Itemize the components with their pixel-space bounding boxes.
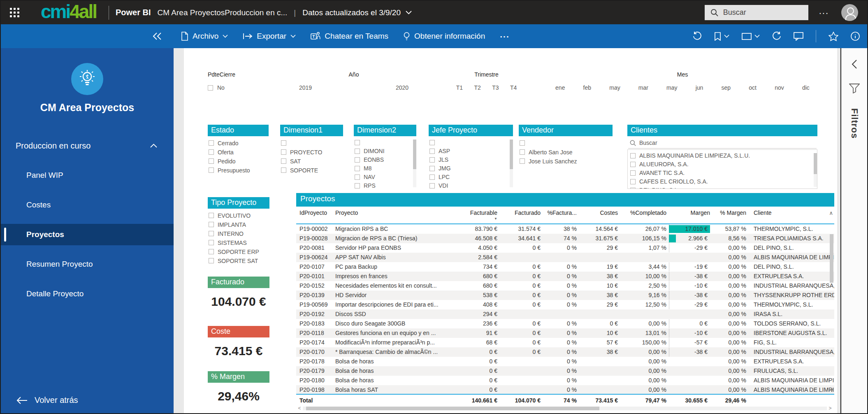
table-row[interactable]: P19-00002Migracion RPS a BC83.790 €31.57… bbox=[296, 224, 834, 234]
scrollbar[interactable] bbox=[814, 153, 817, 187]
toolbar-more-icon[interactable]: ... bbox=[500, 30, 510, 40]
avatar[interactable] bbox=[841, 4, 858, 21]
year-option-2020[interactable]: 2020 bbox=[396, 84, 408, 91]
scroll-left-icon[interactable]: < bbox=[296, 405, 303, 411]
slicer-search-input[interactable]: Buscar bbox=[628, 140, 817, 149]
column-header-cliente[interactable]: Cliente bbox=[748, 209, 834, 216]
slicer-option-cafes-el-criollo-s-a[interactable]: CAFES EL CRIOLLO, S.A. bbox=[630, 178, 815, 185]
refresh-icon[interactable] bbox=[772, 32, 781, 41]
checkbox[interactable] bbox=[429, 183, 435, 188]
more-options-icon[interactable]: ... bbox=[819, 6, 829, 16]
quarter-option-t2[interactable]: T2 bbox=[474, 84, 480, 91]
scrollbar[interactable] bbox=[510, 140, 513, 187]
month-option-may[interactable]: may bbox=[666, 84, 677, 91]
slicer-option-cerrado[interactable]: Cerrado bbox=[209, 140, 268, 147]
favorite-star-icon[interactable] bbox=[829, 32, 838, 41]
table-row[interactable]: P20-0170* Barranquesa: Cambio de almacÃ©… bbox=[296, 347, 834, 357]
sidebar-item-costes[interactable]: Costes bbox=[1, 194, 174, 216]
table-row[interactable]: P19-00028Migracion de RPS a BC (Triesa)4… bbox=[296, 234, 834, 243]
slicer-option-nav[interactable]: NAV bbox=[355, 174, 415, 180]
checkbox[interactable] bbox=[209, 240, 214, 245]
slicer-option-lpc[interactable]: LPC bbox=[429, 174, 512, 180]
year-option-2019[interactable]: 2019 bbox=[299, 84, 312, 91]
column-header-completado[interactable]: %Completado bbox=[620, 209, 669, 216]
month-option-ene[interactable]: ene bbox=[555, 84, 565, 91]
slicer-option-vdi[interactable]: VDI bbox=[429, 182, 512, 189]
month-option-mar[interactable]: mar bbox=[638, 84, 648, 91]
checkbox[interactable] bbox=[429, 149, 435, 154]
checkbox[interactable] bbox=[630, 162, 636, 167]
table-row[interactable]: P20-0101Impresos en frances680 €0 €0 %38… bbox=[296, 272, 834, 281]
checkbox[interactable] bbox=[355, 166, 360, 171]
horizontal-scrollbar[interactable]: < > bbox=[296, 405, 834, 411]
menu-exportar[interactable]: Exportar bbox=[243, 32, 296, 41]
quarter-option-t1[interactable]: T1 bbox=[456, 84, 463, 91]
table-row[interactable]: P20-0183Disco duro Seagate 300GB236 €0 €… bbox=[296, 319, 834, 328]
slicer-option-eonbs[interactable]: EONBS bbox=[355, 156, 415, 163]
checkbox[interactable] bbox=[209, 167, 214, 173]
checkbox[interactable] bbox=[520, 158, 525, 164]
checkbox[interactable] bbox=[630, 188, 636, 189]
scroll-down-icon[interactable]: ∨ bbox=[830, 387, 833, 393]
checkbox[interactable] bbox=[355, 140, 360, 145]
slicer-option-presupuesto[interactable]: Presupuesto bbox=[209, 167, 268, 174]
month-option-oct[interactable]: oct bbox=[749, 84, 757, 91]
slicer-option-albis-maquinaria-de-limpieza-s-l-u[interactable]: ALBIS MAQUINARIA DE LIMPIEZA, S.L.U. bbox=[630, 152, 815, 159]
sidebar-item-resumen-proyecto[interactable]: Resumen Proyecto bbox=[1, 254, 174, 275]
data-updated-dropdown[interactable]: Datos actualizados el 3/9/20 bbox=[302, 8, 412, 17]
slicer-option-soporte-sat[interactable]: SOPORTE SAT bbox=[209, 257, 269, 264]
menu-archivo[interactable]: Archivo bbox=[181, 32, 228, 41]
sidebar-item-detalle-proyecto[interactable]: Detalle Proyecto bbox=[1, 283, 174, 305]
slicer-option-implanta[interactable]: IMPLANTA bbox=[209, 221, 269, 228]
table-row[interactable]: P20-0178Bolsa de horas0 €0 %0,00 %0,00 %… bbox=[296, 357, 834, 366]
checkbox[interactable] bbox=[209, 249, 214, 254]
scrollbar-thumb[interactable] bbox=[306, 407, 599, 410]
slicer-option-jls[interactable]: JLS bbox=[429, 156, 512, 163]
slicer-option-del-pino-s-l[interactable]: DEL PINO, S.L. bbox=[630, 187, 815, 189]
column-header-margen[interactable]: % Margen bbox=[710, 209, 748, 216]
slicer-option-blank[interactable] bbox=[429, 140, 512, 146]
scrollbar-thumb[interactable] bbox=[830, 234, 833, 283]
slicer-option-evolutivo[interactable]: EVOLUTIVO bbox=[209, 212, 269, 219]
slicer-option-sat[interactable]: SAT bbox=[281, 158, 342, 165]
search-input[interactable]: Buscar bbox=[705, 5, 808, 20]
scroll-up-icon[interactable]: ∧ bbox=[829, 210, 833, 216]
sidebar-item-panel-wip[interactable]: Panel WIP bbox=[1, 165, 174, 186]
slicer-option-blank[interactable] bbox=[281, 140, 342, 147]
slicer-option-blank[interactable] bbox=[355, 140, 415, 146]
month-option-nov[interactable]: nov bbox=[775, 84, 784, 91]
checkbox[interactable] bbox=[281, 158, 286, 164]
back-button[interactable]: Volver atrás bbox=[16, 395, 78, 405]
slicer-option-oferta[interactable]: Oferta bbox=[209, 149, 268, 156]
table-row[interactable]: P20-0118Gestores funciona en un equipo y… bbox=[296, 328, 834, 338]
filter-funnel-icon[interactable] bbox=[849, 84, 860, 93]
table-row[interactable]: P20-0139HD Servidor538 €0 €0 %38 €9,16 %… bbox=[296, 291, 834, 300]
checkbox[interactable] bbox=[630, 153, 636, 158]
slicer-option-soporte-erp[interactable]: SOPORTE ERP bbox=[209, 248, 269, 255]
month-option-dic[interactable]: dic bbox=[802, 84, 810, 91]
bookmarks-dropdown[interactable] bbox=[714, 32, 729, 41]
info-icon[interactable] bbox=[851, 32, 860, 41]
slicer-option-pedido[interactable]: Pedido bbox=[209, 158, 268, 165]
checkbox[interactable] bbox=[630, 170, 636, 176]
slicer-option-m8[interactable]: M8 bbox=[355, 165, 415, 172]
slicer-option-blank[interactable] bbox=[520, 140, 612, 147]
table-row[interactable]: P20-0180Bolsa de horas0 €0 %0,00 %0,00 %… bbox=[296, 376, 834, 385]
checkbox[interactable] bbox=[520, 149, 525, 155]
month-option-may[interactable]: may bbox=[609, 84, 620, 91]
slicer-option-alberto-san-jose[interactable]: Alberto San Jose bbox=[520, 149, 612, 156]
column-header-factura[interactable]: %Factura... bbox=[543, 209, 579, 216]
slicer-option-proyecto[interactable]: PROYECTO bbox=[281, 149, 342, 156]
table-row[interactable]: P20-0198Bolsa horas SAT0 €0 %0,00 %0,00 … bbox=[296, 385, 834, 394]
scroll-right-icon[interactable]: > bbox=[827, 405, 833, 411]
checkbox[interactable] bbox=[209, 213, 214, 218]
table-row[interactable]: P20-0174ModificaciÃ³n informe preparaciÃ… bbox=[296, 338, 834, 347]
month-option-feb[interactable]: feb bbox=[583, 84, 591, 91]
month-option-jun[interactable]: jun bbox=[696, 84, 703, 91]
table-row[interactable]: P20-0081Servidor HP para EONBS4.050 €0 €… bbox=[296, 243, 834, 253]
column-header-proyecto[interactable]: Proyecto bbox=[335, 209, 455, 216]
scrollbar-thumb[interactable] bbox=[413, 140, 416, 169]
table-row[interactable]: P20-0107PC para Backup734 €0 €0 %19 €3,4… bbox=[296, 262, 834, 272]
column-header-margen[interactable]: Margen bbox=[669, 209, 710, 216]
slicer-option-interno[interactable]: INTERNO bbox=[209, 230, 269, 237]
